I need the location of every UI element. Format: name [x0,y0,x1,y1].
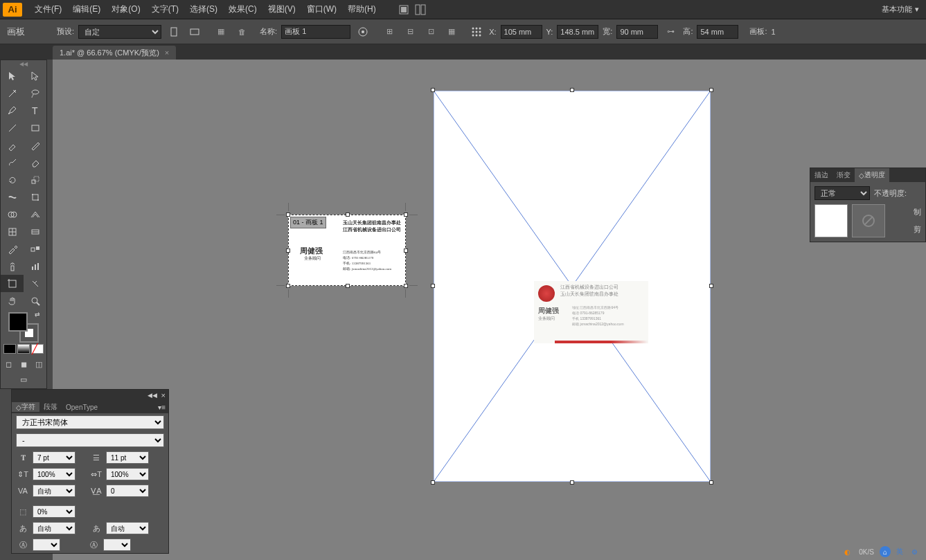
artboard-options-icon[interactable] [355,25,371,39]
network-icon[interactable]: ◐ [842,547,853,557]
w-input[interactable] [616,25,658,39]
artboard-tool[interactable] [1,275,24,292]
symbol-sprayer-tool[interactable] [1,258,24,275]
leading-input[interactable]: 11 pt [106,451,149,464]
menu-edit[interactable]: 编辑(E) [67,3,106,15]
orient-portrait-icon[interactable] [166,25,182,39]
color-mode-none[interactable]: ╱ [31,344,44,354]
color-mode-solid[interactable] [3,344,16,354]
ime-extra-icon[interactable]: ⚙ [909,547,920,557]
delete-artboard-icon[interactable]: 🗑 [233,25,250,39]
ime-lang[interactable]: 英 [893,545,906,558]
font-size-input[interactable]: 7 pt [33,451,75,464]
menu-file[interactable]: 文件(F) [29,3,67,15]
width-tool[interactable] [1,188,24,206]
draw-normal-icon[interactable]: ◻ [1,358,15,370]
ref-point-icon[interactable] [468,25,485,39]
direct-selection-tool[interactable] [24,67,46,84]
gradient-tool[interactable] [24,223,46,240]
tab-stroke[interactable]: 描边 [810,168,832,182]
blend-tool[interactable] [24,240,46,258]
scale-tool[interactable] [24,171,46,188]
kerning-input[interactable]: 自动 [33,485,75,497]
panel-collapse-icon[interactable]: ◀◀ [148,392,157,399]
panel-menu-icon[interactable]: ▾≡ [155,404,168,411]
bridge-icon[interactable] [395,3,412,17]
rectangle-tool[interactable] [24,119,46,136]
canvas-area[interactable]: 江西省机械设备进出口公司 玉山天长集团驻南昌办事处 周健强 业务顾问 地址 江西… [53,60,926,560]
menu-effect[interactable]: 效果(C) [223,3,262,15]
swap-fill-stroke-icon[interactable]: ⇄ [35,311,40,318]
hscale-input[interactable]: 100% [106,468,149,480]
transparency-thumb[interactable] [814,204,848,237]
type-tool[interactable]: T [24,102,46,119]
lasso-tool[interactable] [24,84,46,102]
artboard-small[interactable]: 01 - 画板 1 玉山天长集团驻南昌办事处 江西省机械设备进出口公司 周健强 … [288,215,406,286]
fill-swatch[interactable] [8,312,28,332]
link-wh-icon[interactable]: ⊶ [662,25,679,39]
align-icon-2[interactable]: ⊟ [402,25,418,39]
collapse-tools-icon[interactable]: ◀◀ [1,60,46,67]
font-family-select[interactable]: 方正书宋简体 [16,415,164,429]
orient-landscape-icon[interactable] [186,25,203,39]
menu-type[interactable]: 文字(T) [146,3,184,15]
document-tab[interactable]: 1.ai* @ 66.67% (CMYK/预览) × [53,46,176,60]
font-style-select[interactable]: - [16,433,164,447]
menu-object[interactable]: 对象(O) [106,3,145,15]
new-artboard-icon[interactable]: ▦ [213,25,229,39]
panel-close-icon[interactable]: × [161,391,166,399]
vscale-input[interactable]: 100% [33,468,75,480]
align-icon-3[interactable]: ⊡ [422,25,439,39]
make-mask-label[interactable]: 制 [914,207,921,217]
shape-builder-tool[interactable] [1,206,24,223]
ime-icon[interactable]: ⌂ [880,546,891,557]
draw-behind-icon[interactable]: ◼ [17,358,30,370]
line-tool[interactable] [1,119,24,136]
workspace-switcher[interactable]: 基本功能▾ [878,4,923,15]
align-icon-4[interactable]: ▦ [443,25,460,39]
paintbrush-tool[interactable] [1,136,24,154]
preset-select[interactable]: 自定 [78,25,161,39]
y-input[interactable] [557,25,598,39]
mask-thumb[interactable] [852,204,885,237]
screen-mode-icon[interactable]: ▭ [13,373,34,386]
tracking-input[interactable]: 0 [106,485,149,497]
column-graph-tool[interactable] [24,258,46,275]
slice-tool[interactable] [24,275,46,292]
close-tab-icon[interactable]: × [165,48,169,57]
arrange-icon[interactable] [412,3,429,17]
align-icon-1[interactable]: ⊞ [381,25,398,39]
eraser-tool[interactable] [24,154,46,171]
tab-character[interactable]: ◇字符 [12,402,39,412]
rotate-tool[interactable] [1,171,24,188]
menu-help[interactable]: 帮助(H) [342,3,382,15]
baseline-input[interactable]: 0% [33,505,75,518]
tab-paragraph[interactable]: 段落 [39,402,62,412]
fill-stroke-swatch[interactable]: ⇄ [8,312,39,343]
free-transform-tool[interactable] [24,188,46,206]
menu-select[interactable]: 选择(S) [184,3,223,15]
char-extra-1[interactable] [33,539,60,551]
tab-gradient[interactable]: 渐变 [832,168,855,182]
color-mode-gradient[interactable] [17,344,30,354]
name-input[interactable] [281,25,350,39]
zoom-tool[interactable] [24,292,46,309]
menu-view[interactable]: 视图(V) [262,3,301,15]
eyedropper-tool[interactable] [1,240,24,258]
tab-transparency[interactable]: ◇透明度 [855,168,889,182]
blend-mode-select[interactable]: 正常 [814,186,870,200]
mesh-tool[interactable] [1,223,24,240]
magic-wand-tool[interactable] [1,84,24,102]
h-input[interactable] [697,25,738,39]
perspective-grid-tool[interactable] [24,206,46,223]
artboard-linked-image[interactable]: 江西省机械设备进出口公司 玉山天长集团驻南昌办事处 周健强 业务顾问 地址 江西… [434,91,711,482]
x-input[interactable] [501,25,542,39]
menu-window[interactable]: 窗口(W) [301,3,342,15]
selection-tool[interactable] [1,67,24,84]
pen-tool[interactable] [1,102,24,119]
pencil-tool[interactable] [24,136,46,154]
tsume-input[interactable]: 自动 [33,522,75,534]
tab-opentype[interactable]: OpenType [62,404,102,411]
char-extra-2[interactable] [103,539,131,551]
aki-input[interactable]: 自动 [106,522,149,534]
